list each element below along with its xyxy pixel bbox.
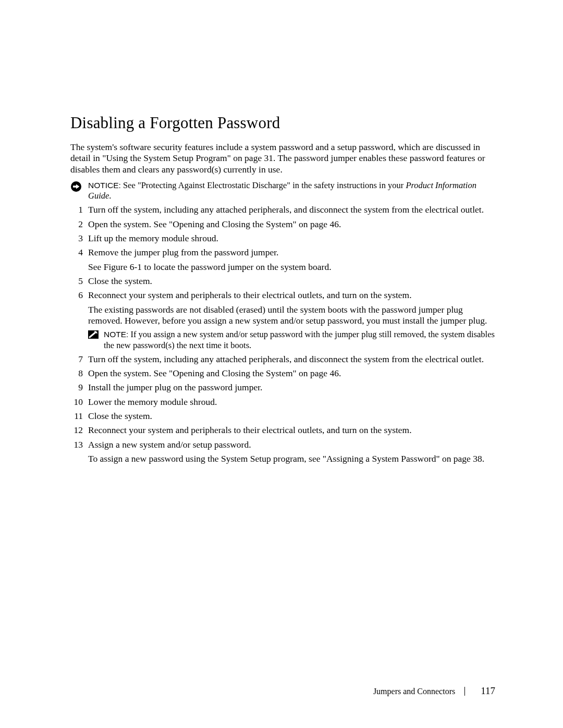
step-5: Close the system. (70, 276, 495, 287)
svg-rect-1 (73, 186, 77, 188)
step-11: Close the system. (70, 411, 495, 422)
step-text: Open the system. See "Opening and Closin… (88, 219, 341, 229)
footer-section-title: Jumpers and Connectors (373, 687, 455, 696)
step-text: Assign a new system and/or setup passwor… (88, 439, 251, 450)
page-footer: Jumpers and Connectors 117 (373, 685, 495, 697)
step-6: Reconnect your system and peripherals to… (70, 290, 495, 350)
step-text: Close the system. (88, 276, 152, 286)
step-4: Remove the jumper plug from the password… (70, 247, 495, 273)
step-subtext: To assign a new password using the Syste… (88, 453, 495, 464)
footer-divider (464, 687, 465, 696)
step-text: Turn off the system, including any attac… (88, 204, 484, 215)
step-1: Turn off the system, including any attac… (70, 204, 495, 215)
step-9: Install the jumper plug on the password … (70, 382, 495, 393)
step-subtext: See Figure 6-1 to locate the password ju… (88, 262, 495, 273)
notice-text: NOTICE: See "Protecting Against Electros… (88, 180, 495, 201)
step-2: Open the system. See "Opening and Closin… (70, 219, 495, 230)
step-10: Lower the memory module shroud. (70, 397, 495, 408)
step-text: Reconnect your system and peripherals to… (88, 425, 412, 435)
notice-label: NOTICE: (88, 181, 121, 190)
step-text: Remove the jumper plug from the password… (88, 247, 278, 257)
notice-body-2: . (109, 191, 111, 201)
intro-paragraph: The system's software security features … (70, 142, 495, 175)
notice-block: NOTICE: See "Protecting Against Electros… (70, 180, 495, 201)
step-text: Open the system. See "Opening and Closin… (88, 368, 341, 378)
step-text: Lift up the memory module shroud. (88, 233, 218, 243)
step-3: Lift up the memory module shroud. (70, 233, 495, 244)
step-8: Open the system. See "Opening and Closin… (70, 368, 495, 379)
document-page: Disabling a Forgotten Password The syste… (0, 0, 563, 728)
section-heading: Disabling a Forgotten Password (70, 114, 495, 132)
note-icon (88, 329, 104, 339)
step-13: Assign a new system and/or setup passwor… (70, 439, 495, 465)
step-text: Turn off the system, including any attac… (88, 354, 484, 364)
step-subtext: The existing passwords are not disabled … (88, 304, 495, 327)
note-body: If you assign a new system and/or setup … (104, 329, 495, 350)
notice-body-1: See "Protecting Against Electrostatic Di… (121, 180, 406, 190)
steps-list: Turn off the system, including any attac… (70, 204, 495, 464)
step-text: Install the jumper plug on the password … (88, 382, 262, 392)
step-text: Reconnect your system and peripherals to… (88, 290, 412, 300)
step-7: Turn off the system, including any attac… (70, 354, 495, 365)
note-label: NOTE: (104, 330, 128, 339)
step-text: Lower the memory module shroud. (88, 397, 217, 407)
step-12: Reconnect your system and peripherals to… (70, 425, 495, 436)
notice-icon (70, 180, 88, 192)
note-text: NOTE: If you assign a new system and/or … (104, 329, 495, 350)
step-text: Close the system. (88, 411, 152, 421)
footer-page-number: 117 (481, 685, 495, 696)
note-block: NOTE: If you assign a new system and/or … (88, 329, 495, 350)
